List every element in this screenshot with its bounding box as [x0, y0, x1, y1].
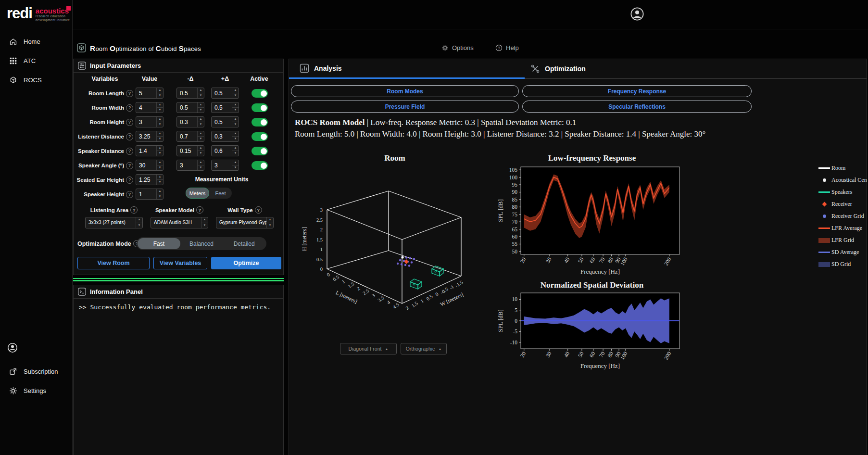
legend-item-lfr-average[interactable]: LFR Average	[817, 222, 867, 234]
app-logo[interactable]: redi acoustics research education develo…	[7, 4, 70, 23]
plus-delta-input[interactable]	[212, 117, 232, 127]
active-toggle[interactable]	[252, 118, 268, 126]
specular-reflections-button[interactable]: Specular Reflections	[522, 101, 752, 113]
spinner[interactable]: ▲▼	[197, 160, 204, 170]
minus-delta-input[interactable]	[177, 88, 197, 98]
spinner[interactable]: ▲▼	[232, 146, 239, 156]
view-variables-button[interactable]: View Variables	[153, 257, 207, 269]
units-meters-option[interactable]: Meters	[186, 188, 209, 199]
plus-delta-input[interactable]	[212, 131, 232, 141]
help-icon[interactable]: ?	[126, 162, 133, 169]
sidebar-item-subscription[interactable]: Subscription	[0, 362, 81, 381]
plus-delta-input[interactable]	[212, 146, 232, 156]
tab-analysis[interactable]: Analysis	[289, 59, 525, 79]
minus-delta-input[interactable]	[177, 146, 197, 156]
speaker-model-select[interactable]: ADAM Audio S3H▲▼	[151, 217, 208, 228]
spinner[interactable]: ▲▼	[232, 131, 239, 141]
wall-type-select[interactable]: Gypsum-Plywood-Gypsum▲▼	[216, 217, 274, 228]
spinner[interactable]: ▲▼	[156, 189, 163, 199]
active-toggle[interactable]	[252, 89, 268, 98]
mode-fast-option[interactable]: Fast	[138, 238, 180, 249]
camera-view-dropdown[interactable]: Diagonal Front▲	[340, 343, 397, 354]
spinner[interactable]: ▲▼	[232, 160, 239, 170]
room-3d-plot[interactable]: 32.521.510.50H [meters]00.511.522.533.54…	[294, 163, 501, 329]
spinner[interactable]: ▲▼	[156, 146, 163, 156]
legend-item-receiver[interactable]: Receiver	[817, 198, 867, 210]
value-field: ▲▼	[136, 145, 164, 156]
help-icon[interactable]: ?	[126, 148, 133, 155]
options-button[interactable]: Options	[441, 44, 474, 51]
spinner[interactable]: ▲▼	[197, 131, 204, 141]
spinner[interactable]: ▲▼	[232, 88, 239, 98]
spinner[interactable]: ▲▼	[232, 117, 239, 127]
legend-item-sd-average[interactable]: SD Average	[817, 246, 867, 258]
frequency-response-button[interactable]: Frequency Response	[522, 85, 752, 97]
help-icon[interactable]: ?	[126, 191, 133, 198]
active-toggle[interactable]	[252, 132, 268, 141]
projection-dropdown[interactable]: Orthographic▲	[401, 343, 447, 354]
legend-item-sd-grid[interactable]: SD Grid	[817, 258, 867, 270]
help-icon[interactable]: ?	[255, 206, 262, 214]
spinner[interactable]: ▲▼	[156, 131, 163, 141]
legend-item-receiver-grid[interactable]: Receiver Grid	[817, 210, 867, 222]
listening-area-select[interactable]: 3x3x3 (27 points)▲▼	[85, 217, 143, 228]
spinner[interactable]: ▲▼	[197, 102, 204, 113]
spinner[interactable]: ▲▼	[156, 102, 163, 113]
sidebar-item-atc[interactable]: ATC	[0, 51, 72, 70]
sidebar-item-rocs[interactable]: ROCS	[0, 70, 72, 89]
active-toggle[interactable]	[252, 161, 268, 170]
help-icon[interactable]: ?	[196, 206, 203, 214]
spinner[interactable]: ▲▼	[156, 175, 163, 185]
value-input[interactable]	[136, 88, 156, 98]
legend-item-room[interactable]: Room	[817, 162, 867, 174]
pressure-field-button[interactable]: Pressure Field	[291, 101, 519, 113]
sidebar-item-settings[interactable]: Settings	[0, 381, 81, 400]
value-input[interactable]	[136, 102, 156, 113]
help-icon[interactable]: ?	[126, 119, 133, 126]
plus-delta-input[interactable]	[212, 88, 232, 98]
spinner[interactable]: ▲▼	[197, 88, 204, 98]
minus-delta-input[interactable]	[177, 131, 197, 141]
sd-chart[interactable]: 1050-5-102030405060708090100200SPL [dB]F…	[496, 291, 688, 373]
plus-delta-input[interactable]	[212, 160, 232, 170]
room-modes-button[interactable]: Room Modes	[291, 85, 519, 97]
spinner[interactable]: ▲▼	[156, 160, 163, 170]
help-icon[interactable]: ?	[126, 177, 133, 184]
optimize-button[interactable]: Optimize	[211, 257, 281, 269]
value-input[interactable]	[136, 117, 156, 127]
legend-item-acoustical-center[interactable]: Acoustical Center	[817, 174, 867, 186]
active-toggle[interactable]	[252, 103, 268, 112]
user-avatar[interactable]	[630, 7, 644, 23]
sidebar-item-home[interactable]: Home	[0, 32, 72, 51]
lfr-chart[interactable]: 5055606570758085909510010520304050607080…	[496, 162, 688, 279]
sidebar-user-button[interactable]	[7, 342, 18, 355]
value-input[interactable]	[136, 189, 156, 199]
minus-delta-input[interactable]	[177, 117, 197, 127]
help-icon[interactable]: ?	[130, 206, 138, 214]
help-button[interactable]: ? Help	[495, 44, 519, 51]
spinner[interactable]: ▲▼	[197, 146, 204, 156]
legend-item-speakers[interactable]: Speakers	[817, 186, 867, 198]
value-input[interactable]	[136, 175, 156, 185]
spinner[interactable]: ▲▼	[197, 117, 204, 127]
spinner[interactable]: ▲▼	[156, 88, 163, 98]
units-feet-option[interactable]: Feet	[209, 188, 232, 199]
help-icon[interactable]: ?	[126, 90, 133, 97]
legend-item-lfr-grid[interactable]: LFR Grid	[817, 234, 867, 246]
mode-balanced-option[interactable]: Balanced	[180, 238, 223, 249]
value-input[interactable]	[136, 146, 156, 156]
value-input[interactable]	[136, 131, 156, 141]
help-icon[interactable]: ?	[126, 133, 133, 140]
spinner[interactable]: ▲▼	[156, 117, 163, 127]
minus-delta-input[interactable]	[177, 160, 197, 170]
tab-optimization[interactable]: Optimization	[525, 59, 867, 79]
active-toggle[interactable]	[252, 147, 268, 155]
mode-detailed-option[interactable]: Detailed	[223, 238, 265, 249]
value-input[interactable]	[136, 160, 156, 170]
spinner[interactable]: ▲▼	[232, 102, 239, 113]
plus-delta-input[interactable]	[212, 102, 232, 113]
help-icon[interactable]: ?	[126, 104, 133, 112]
spinner-up-icon: ▲	[232, 160, 239, 165]
view-room-button[interactable]: View Room	[77, 257, 150, 269]
minus-delta-input[interactable]	[177, 102, 197, 113]
